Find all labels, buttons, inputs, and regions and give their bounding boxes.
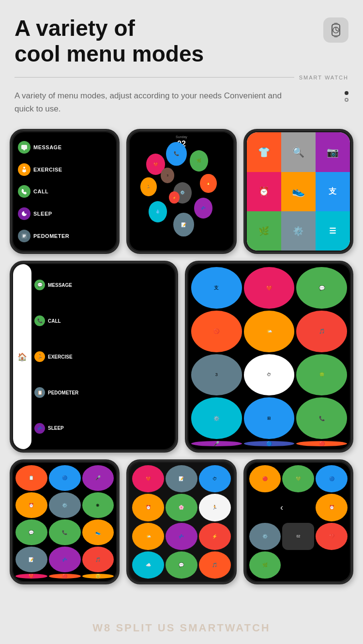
watch-row-3: 📋 🔵 🎤 ⏰ ⚙️ ❋ 💬 📞 👟 📝 💤 🎵 ❤️ 🔴 😊 ❤️ xyxy=(0,453,363,594)
watermark: W8 SPLIT US SMARTWATCH xyxy=(0,622,363,634)
svg-line-3 xyxy=(336,30,338,31)
message-label: MESSAGE xyxy=(33,144,62,150)
w4-pedometer: 📋 PEDOMETER xyxy=(33,385,173,400)
w4-message: 💬 MESSAGE xyxy=(33,278,173,292)
menu-item-call: CALL xyxy=(17,183,112,200)
dot-active xyxy=(345,91,348,95)
watch-1-screen: MESSAGE EXERCISE CALL xyxy=(13,132,116,251)
menu-item-message: MESSAGE xyxy=(17,139,112,156)
sleep-label: SLEEP xyxy=(33,211,52,217)
watch-7: ❤️ 📝 ⏱ ⏰ 🌸 🏃 🌤️ 💤 ⚡ ☁️ 💬 🎵 xyxy=(126,459,236,584)
watch-row-2: 🏠 💬 MESSAGE 📞 CALL 🏃 EXERCISE xyxy=(0,254,363,452)
w4-call: 📞 CALL xyxy=(33,314,173,328)
exercise-label: EXERCISE xyxy=(33,167,62,173)
svg-point-7 xyxy=(23,167,25,169)
watch-1: MESSAGE EXERCISE CALL xyxy=(10,129,120,254)
brand-icon xyxy=(323,17,348,43)
watch-3: 👕 🔍 📷 ⏰ 👟 支 🌿 ⚙️ ☰ xyxy=(243,129,353,254)
watch-6: 📋 🔵 🎤 ⏰ ⚙️ ❋ 💬 📞 👟 📝 💤 🎵 ❤️ 🔴 😊 xyxy=(10,459,120,584)
menu-item-pedometer: PEDOMETER xyxy=(17,228,112,244)
watch-3-screen: 👕 🔍 📷 ⏰ 👟 支 🌿 ⚙️ ☰ xyxy=(247,132,350,251)
watch-2: Sunday 02 ⚙️ 📞 🌿 🔥 xyxy=(126,129,236,254)
watch-6-screen: 📋 🔵 🎤 ⏰ ⚙️ ❋ 💬 📞 👟 📝 💤 🎵 ❤️ 🔴 😊 xyxy=(13,463,116,581)
divider-row: SMART WATCH xyxy=(0,67,363,80)
header: A variety of cool menu modes xyxy=(0,0,363,67)
pedometer-label: PEDOMETER xyxy=(33,233,69,239)
watch-5-screen: 支 ❤️ 💬 🚫 🌤️ 🎵 3 ⏱ 🍀 ⚙️ ⊞ 📞 🎤 🔵 🔴 xyxy=(188,264,350,449)
watch-2-screen: Sunday 02 ⚙️ 📞 🌿 🔥 xyxy=(130,132,233,251)
call-label: CALL xyxy=(33,188,48,194)
menu-item-sleep: SLEEP xyxy=(17,205,112,222)
watch-4: 🏠 💬 MESSAGE 📞 CALL 🏃 EXERCISE xyxy=(10,261,178,452)
svg-rect-4 xyxy=(334,23,338,25)
w4-sleep: 💤 SLEEP xyxy=(33,421,173,436)
watch-5: 支 ❤️ 💬 🚫 🌤️ 🎵 3 ⏱ 🍀 ⚙️ ⊞ 📞 🎤 🔵 🔴 xyxy=(185,261,353,452)
description-section: A variety of menu modes, adjust accordin… xyxy=(0,80,363,115)
dot-indicators xyxy=(345,89,348,102)
divider-line xyxy=(15,77,294,78)
watch-8: 🔴 💚 🔵 ‹ ⏰ ⚙️ 02 ❤️ 🌿 xyxy=(243,459,353,584)
dot-inactive xyxy=(345,98,348,102)
svg-rect-6 xyxy=(21,145,27,149)
menu-item-exercise: EXERCISE xyxy=(17,161,112,178)
title-block: A variety of cool menu modes xyxy=(15,16,204,67)
watch-8-screen: 🔴 💚 🔵 ‹ ⏰ ⚙️ 02 ❤️ 🌿 xyxy=(247,463,350,581)
w4-exercise: 🏃 EXERCISE xyxy=(33,349,173,364)
watch-7-screen: ❤️ 📝 ⏱ ⏰ 🌸 🏃 🌤️ 💤 ⚡ ☁️ 💬 🎵 xyxy=(130,463,233,581)
page-title: A variety of cool menu modes xyxy=(15,16,204,67)
smart-watch-label: SMART WATCH xyxy=(299,75,348,80)
watch-4-screen: 🏠 💬 MESSAGE 📞 CALL 🏃 EXERCISE xyxy=(13,264,175,449)
svg-rect-5 xyxy=(334,35,338,37)
watch-row-1: MESSAGE EXERCISE CALL xyxy=(0,115,363,254)
description-text: A variety of menu modes, adjust accordin… xyxy=(15,89,295,115)
